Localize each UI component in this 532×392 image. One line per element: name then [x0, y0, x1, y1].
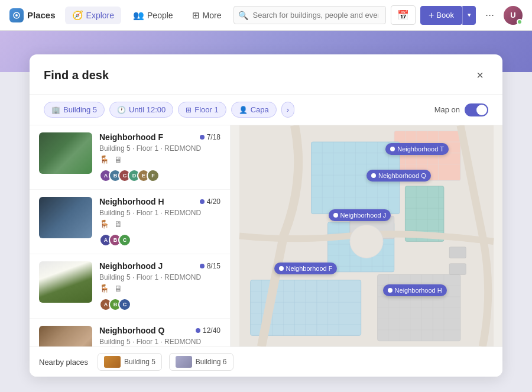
nav-explore[interactable]: 🧭 Explore: [65, 7, 121, 24]
neighborhood-name: Neighborhood H: [99, 197, 164, 206]
neighborhood-thumb: [39, 197, 92, 238]
user-avatar[interactable]: U: [504, 6, 523, 25]
person-avatar: C: [118, 234, 131, 247]
neighborhood-item[interactable]: Neighborhood H 4/20 Building 5 · Floor 1…: [30, 190, 230, 254]
more-dots-button[interactable]: ···: [481, 5, 499, 25]
svg-rect-69: [449, 247, 466, 258]
desk-icon: 🪑: [99, 284, 109, 293]
building-6-image: [176, 356, 192, 368]
neighborhood-name-row: Neighborhood J 8/15: [99, 261, 220, 271]
people-avatars: ABCDEF: [99, 169, 220, 182]
filter-capacity-label: Capa: [251, 105, 269, 114]
neighborhood-location: Building 5 · Floor 1 · REDMOND: [99, 338, 220, 346]
filter-more-button[interactable]: ›: [281, 102, 294, 118]
svg-point-1: [15, 14, 18, 17]
neighborhood-item[interactable]: Neighborhood Q 12/40 Building 5 · Floor …: [30, 319, 230, 346]
desk-icon: 🪑: [99, 219, 109, 229]
neighborhood-list: Neighborhood F 7/18 Building 5 · Floor 1…: [30, 125, 231, 346]
neighborhood-location: Building 5 · Floor 1 · REDMOND: [99, 144, 220, 153]
map-toggle-label: Map on: [434, 105, 460, 114]
map-pin-F[interactable]: Neighborhood F: [274, 263, 338, 274]
nav-people[interactable]: 👥 People: [126, 7, 180, 24]
close-button[interactable]: ×: [472, 66, 488, 85]
explore-icon: 🧭: [72, 10, 83, 21]
more-icon: ⊞: [192, 10, 200, 21]
neighborhood-thumb: [39, 261, 92, 303]
neighborhood-location: Building 5 · Floor 1 · REDMOND: [99, 209, 220, 217]
map-toggle: Map on: [434, 103, 488, 116]
person-avatar: F: [147, 169, 160, 182]
nearby-label: Nearby places: [39, 358, 88, 367]
more-label: More: [203, 11, 222, 20]
map-toggle-switch[interactable]: [465, 103, 488, 116]
neighborhood-info: Neighborhood Q 12/40 Building 5 · Floor …: [99, 326, 220, 346]
filter-building-label: Building 5: [63, 105, 97, 114]
monitor-icon: 🖥: [114, 219, 122, 229]
find-desk-card: Find a desk × 🏢 Building 5 🕐 Until 12:00…: [30, 54, 502, 377]
monitor-icon: 🖥: [114, 155, 122, 164]
map-area[interactable]: Neighborhood T Neighborhood Q Neighborho…: [231, 125, 502, 346]
nav-more[interactable]: ⊞ More: [185, 7, 229, 24]
app-logo[interactable]: Places: [9, 8, 56, 22]
availability-badge: 12/40: [196, 326, 220, 335]
app-name: Places: [27, 10, 56, 20]
nav-actions: 📅 + Book ▾ ··· U: [391, 5, 523, 25]
desk-icon: 🪑: [99, 155, 109, 164]
monitor-icon: 🖥: [114, 284, 122, 293]
calendar-button[interactable]: 📅: [391, 5, 416, 25]
time-chip-icon: 🕐: [117, 106, 126, 114]
filter-time-label: Until 12:00: [129, 105, 166, 114]
logo-icon: [9, 8, 24, 22]
person-avatar: C: [118, 298, 131, 311]
building-6-thumb[interactable]: Building 6: [169, 353, 233, 371]
book-dropdown-button[interactable]: ▾: [462, 6, 476, 25]
neighborhood-info: Neighborhood F 7/18 Building 5 · Floor 1…: [99, 132, 220, 182]
explore-label: Explore: [86, 11, 114, 20]
map-pin-Q[interactable]: Neighborhood Q: [366, 170, 431, 182]
filter-building[interactable]: 🏢 Building 5: [44, 102, 105, 118]
neighborhood-info: Neighborhood J 8/15 Building 5 · Floor 1…: [99, 261, 220, 311]
building-5-image: [104, 356, 121, 368]
neighborhood-amenities: 🪑 🖥: [99, 219, 220, 229]
availability-dot: [200, 135, 205, 140]
capacity-chip-icon: 👤: [239, 106, 248, 114]
card-header: Find a desk ×: [30, 54, 502, 95]
plus-icon: +: [429, 10, 434, 21]
top-navigation: Places 🧭 Explore 👥 People ⊞ More 🔍 📅 + B…: [0, 0, 532, 31]
availability-dot: [200, 264, 205, 268]
neighborhood-thumb: [39, 326, 92, 346]
book-button[interactable]: + Book: [420, 6, 462, 25]
neighborhood-item[interactable]: Neighborhood J 8/15 Building 5 · Floor 1…: [30, 254, 230, 319]
availability-dot: [196, 328, 200, 333]
availability-badge: 7/18: [200, 133, 220, 141]
neighborhood-name: Neighborhood F: [99, 132, 163, 142]
svg-rect-70: [449, 264, 466, 275]
filter-bar: 🏢 Building 5 🕐 Until 12:00 ⊞ Floor 1 👤 C…: [30, 95, 502, 125]
building-5-thumb[interactable]: Building 5: [98, 353, 162, 371]
people-avatars: ABC: [99, 234, 220, 247]
filter-time[interactable]: 🕐 Until 12:00: [109, 102, 173, 118]
filter-floor-label: Floor 1: [194, 105, 218, 114]
book-label: Book: [436, 11, 454, 20]
search-icon: 🔍: [238, 11, 248, 20]
neighborhood-name: Neighborhood Q: [99, 326, 164, 335]
nearby-footer: Nearby places Building 5 Building 6: [30, 346, 502, 377]
map-pin-H[interactable]: Neighborhood H: [383, 284, 447, 296]
neighborhood-name-row: Neighborhood F 7/18: [99, 132, 220, 142]
neighborhood-name-row: Neighborhood H 4/20: [99, 197, 220, 206]
availability-badge: 8/15: [200, 262, 220, 270]
building-chip-icon: 🏢: [51, 106, 60, 114]
search-input[interactable]: [233, 6, 386, 24]
filter-capacity[interactable]: 👤 Capa: [231, 102, 277, 118]
card-title: Find a desk: [44, 69, 109, 82]
people-label: People: [147, 11, 173, 20]
availability-badge: 4/20: [200, 197, 220, 206]
filter-floor[interactable]: ⊞ Floor 1: [178, 102, 226, 118]
floor-chip-icon: ⊞: [186, 106, 192, 114]
content-area: Neighborhood F 7/18 Building 5 · Floor 1…: [30, 125, 502, 346]
map-pin-T[interactable]: Neighborhood T: [385, 143, 449, 155]
neighborhood-location: Building 5 · Floor 1 · REDMOND: [99, 273, 220, 281]
neighborhood-item[interactable]: Neighborhood F 7/18 Building 5 · Floor 1…: [30, 125, 230, 190]
neighborhood-thumb: [39, 132, 92, 174]
map-pin-J[interactable]: Neighborhood J: [329, 209, 391, 221]
